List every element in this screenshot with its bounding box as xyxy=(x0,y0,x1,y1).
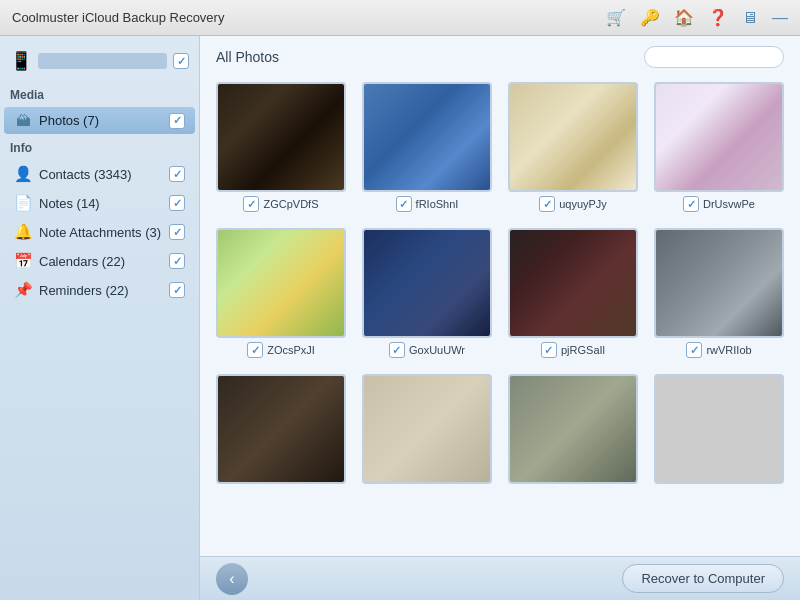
photo-thumb-photo8 xyxy=(654,228,784,338)
sidebar-item-notes-label: Notes (14) xyxy=(39,196,162,211)
photo-item[interactable]: DrUsvwPe xyxy=(654,82,784,212)
photo-label-row: rwVRIIob xyxy=(686,342,751,358)
notes-checkbox[interactable] xyxy=(169,195,185,211)
calendars-checkbox[interactable] xyxy=(169,253,185,269)
photos-icon: 🏔 xyxy=(14,112,32,129)
photo-item[interactable] xyxy=(216,374,346,484)
monitor-icon[interactable]: 🖥 xyxy=(742,9,758,27)
photo-name-label: GoxUuUWr xyxy=(409,344,465,356)
sidebar-item-contacts-label: Contacts (3343) xyxy=(39,167,162,182)
photo-label-row: ZOcsPxJI xyxy=(247,342,315,358)
question-icon[interactable]: ❓ xyxy=(708,8,728,27)
photo-label-row: pjRGSaIl xyxy=(541,342,605,358)
photo-checkbox-photo1[interactable] xyxy=(243,196,259,212)
photo-thumb-photo7 xyxy=(508,228,638,338)
sidebar-item-calendars-label: Calendars (22) xyxy=(39,254,162,269)
photo-thumb-photo3 xyxy=(508,82,638,192)
contacts-icon: 👤 xyxy=(14,165,32,183)
photo-checkbox-photo7[interactable] xyxy=(541,342,557,358)
photo-item[interactable] xyxy=(654,374,784,484)
photo-item[interactable]: rwVRIIob xyxy=(654,228,784,358)
device-icon: 📱 xyxy=(10,50,32,72)
photo-grid: ZGCpVDfSfRIoShnIuqyuyPJyDrUsvwPeZOcsPxJI… xyxy=(200,74,800,556)
sidebar: 📱 Media 🏔 Photos (7) Info 👤 Contacts (33… xyxy=(0,36,200,600)
photo-item[interactable] xyxy=(508,374,638,484)
photo-name-label: ZGCpVDfS xyxy=(263,198,318,210)
device-checkbox[interactable] xyxy=(173,53,189,69)
note-attachments-checkbox[interactable] xyxy=(169,224,185,240)
photo-item[interactable]: ZOcsPxJI xyxy=(216,228,346,358)
content-area: All Photos ZGCpVDfSfRIoShnIuqyuyPJyDrUsv… xyxy=(200,36,800,600)
home-icon[interactable]: 🏠 xyxy=(674,8,694,27)
sidebar-item-photos-label: Photos (7) xyxy=(39,113,162,128)
photo-label-row: GoxUuUWr xyxy=(389,342,465,358)
photo-name-label: uqyuyPJy xyxy=(559,198,607,210)
bottom-bar: ‹ Recover to Computer xyxy=(200,556,800,600)
photo-name-label: fRIoShnI xyxy=(416,198,459,210)
sidebar-item-photos[interactable]: 🏔 Photos (7) xyxy=(4,107,195,134)
photo-checkbox-photo2[interactable] xyxy=(396,196,412,212)
photo-thumb-photo12 xyxy=(654,374,784,484)
photo-thumb-photo10 xyxy=(362,374,492,484)
sidebar-item-reminders-label: Reminders (22) xyxy=(39,283,162,298)
photo-item[interactable] xyxy=(362,374,492,484)
photo-thumb-photo5 xyxy=(216,228,346,338)
photo-thumb-photo2 xyxy=(362,82,492,192)
sidebar-item-contacts[interactable]: 👤 Contacts (3343) xyxy=(4,160,195,188)
photo-item[interactable]: fRIoShnI xyxy=(362,82,492,212)
content-title: All Photos xyxy=(216,49,279,65)
photo-label-row: uqyuyPJy xyxy=(539,196,607,212)
reminders-checkbox[interactable] xyxy=(169,282,185,298)
photo-thumb-photo11 xyxy=(508,374,638,484)
minimize-icon[interactable]: — xyxy=(772,9,788,27)
main-layout: 📱 Media 🏔 Photos (7) Info 👤 Contacts (33… xyxy=(0,36,800,600)
photo-label-row: ZGCpVDfS xyxy=(243,196,318,212)
photo-item[interactable]: pjRGSaIl xyxy=(508,228,638,358)
sidebar-item-note-attachments-label: Note Attachments (3) xyxy=(39,225,162,240)
reminders-icon: 📌 xyxy=(14,281,32,299)
photo-thumb-photo9 xyxy=(216,374,346,484)
sidebar-item-notes[interactable]: 📄 Notes (14) xyxy=(4,189,195,217)
photo-thumb-photo6 xyxy=(362,228,492,338)
info-section-label: Info xyxy=(0,135,199,159)
titlebar-icons: 🛒 🔑 🏠 ❓ 🖥 — xyxy=(606,8,788,27)
photo-name-label: DrUsvwPe xyxy=(703,198,755,210)
search-input[interactable] xyxy=(644,46,784,68)
photo-name-label: pjRGSaIl xyxy=(561,344,605,356)
back-button[interactable]: ‹ xyxy=(216,563,248,595)
device-row: 📱 xyxy=(0,44,199,78)
photos-checkbox[interactable] xyxy=(169,113,185,129)
device-name-bar xyxy=(38,53,167,69)
sidebar-item-calendars[interactable]: 📅 Calendars (22) xyxy=(4,247,195,275)
recover-button[interactable]: Recover to Computer xyxy=(622,564,784,593)
sidebar-item-reminders[interactable]: 📌 Reminders (22) xyxy=(4,276,195,304)
media-section-label: Media xyxy=(0,82,199,106)
photo-label-row: DrUsvwPe xyxy=(683,196,755,212)
note-attachments-icon: 🔔 xyxy=(14,223,32,241)
calendars-icon: 📅 xyxy=(14,252,32,270)
photo-item[interactable]: uqyuyPJy xyxy=(508,82,638,212)
photo-item[interactable]: GoxUuUWr xyxy=(362,228,492,358)
back-icon: ‹ xyxy=(229,570,234,588)
content-header: All Photos xyxy=(200,36,800,74)
cart-icon[interactable]: 🛒 xyxy=(606,8,626,27)
sidebar-item-note-attachments[interactable]: 🔔 Note Attachments (3) xyxy=(4,218,195,246)
photo-checkbox-photo4[interactable] xyxy=(683,196,699,212)
photo-thumb-photo1 xyxy=(216,82,346,192)
photo-item[interactable]: ZGCpVDfS xyxy=(216,82,346,212)
app-title: Coolmuster iCloud Backup Recovery xyxy=(12,10,224,25)
titlebar: Coolmuster iCloud Backup Recovery 🛒 🔑 🏠 … xyxy=(0,0,800,36)
photo-thumb-photo4 xyxy=(654,82,784,192)
titlebar-left: Coolmuster iCloud Backup Recovery xyxy=(12,10,224,25)
key-icon[interactable]: 🔑 xyxy=(640,8,660,27)
photo-name-label: ZOcsPxJI xyxy=(267,344,315,356)
contacts-checkbox[interactable] xyxy=(169,166,185,182)
photo-checkbox-photo5[interactable] xyxy=(247,342,263,358)
photo-checkbox-photo3[interactable] xyxy=(539,196,555,212)
notes-icon: 📄 xyxy=(14,194,32,212)
photo-label-row: fRIoShnI xyxy=(396,196,459,212)
photo-name-label: rwVRIIob xyxy=(706,344,751,356)
photo-checkbox-photo6[interactable] xyxy=(389,342,405,358)
photo-checkbox-photo8[interactable] xyxy=(686,342,702,358)
